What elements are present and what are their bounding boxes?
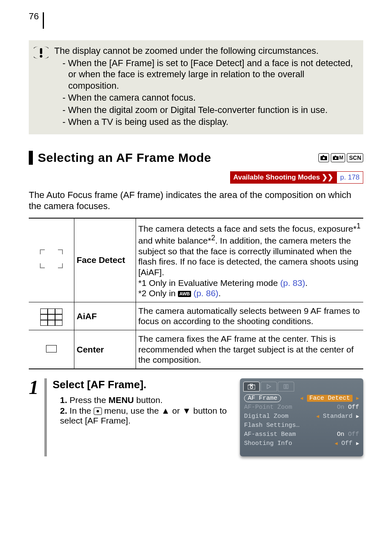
- af-mode-table: Face Detect The camera detects a face an…: [29, 218, 363, 369]
- table-row: AiAF The camera automatically selects be…: [29, 302, 363, 330]
- substep: 2. In the menu, use the ▲ or ▼ button to…: [60, 406, 232, 426]
- svg-rect-6: [335, 155, 337, 157]
- scn-icon: SCN: [347, 153, 363, 162]
- awb-icon: AWB: [178, 291, 191, 297]
- section-intro: The Auto Focus frame (AF frame) indicate…: [29, 189, 363, 212]
- svg-point-7: [335, 157, 337, 159]
- aiaf-icon: [29, 302, 74, 330]
- camera-m-icon: M: [331, 153, 345, 162]
- warning-item: When the camera cannot focus.: [62, 92, 356, 104]
- mode-label: AiAF: [74, 302, 136, 330]
- warning-item: When a TV is being used as the display.: [62, 116, 356, 128]
- page-number: 76: [29, 12, 44, 29]
- mode-desc: The camera detects a face and sets the f…: [136, 218, 363, 302]
- svg-rect-12: [284, 385, 286, 389]
- menu-screenshot: AF Frame ◀ Face Detect ▶ AF-Point Zoom O…: [240, 378, 363, 456]
- warning-box: The display cannot be zoomed under the f…: [29, 40, 363, 134]
- section-title: Selecting an AF Frame Mode: [38, 151, 211, 165]
- center-icon: [29, 330, 74, 368]
- face-detect-icon: [29, 218, 74, 302]
- step-title: Select [AF Frame].: [53, 378, 232, 391]
- svg-rect-13: [286, 385, 288, 389]
- svg-point-10: [250, 386, 253, 388]
- lcd-row: Digital Zoom ◀ Standard ▶: [243, 412, 360, 421]
- step-number: 1: [29, 378, 39, 396]
- svg-marker-11: [267, 385, 271, 389]
- warning-item: When the digital zoom or Digital Tele-co…: [62, 104, 356, 116]
- lcd-tab-tools-icon: [278, 382, 294, 391]
- substep: 1. Press the MENU button.: [60, 395, 232, 405]
- rec-menu-icon: [94, 408, 102, 415]
- table-row: Center The camera fixes the AF frame at …: [29, 330, 363, 368]
- mode-label: Face Detect: [74, 218, 136, 302]
- svg-point-1: [40, 55, 42, 58]
- lcd-row: Flash Settings…: [243, 421, 360, 430]
- lcd-row: AF-assist Beam On Off: [243, 430, 360, 439]
- step: 1 Select [AF Frame]. 1. Press the MENU b…: [29, 378, 363, 456]
- lcd-tab-rec-icon: [243, 382, 260, 391]
- available-modes-link[interactable]: p. 178: [337, 171, 363, 184]
- camera-icon: [318, 153, 329, 162]
- lcd-tab-play-icon: [261, 382, 277, 391]
- exclamation-icon: [34, 45, 48, 129]
- mode-desc: The camera automatically selects between…: [136, 302, 363, 330]
- lcd-row: AF Frame ◀ Face Detect ▶: [243, 394, 360, 403]
- warning-lead: The display cannot be zoomed under the f…: [54, 45, 356, 57]
- lcd-row: AF-Point Zoom On Off: [243, 403, 360, 412]
- mode-label: Center: [74, 330, 136, 368]
- warning-list: When the [AF Frame] is set to [Face Dete…: [54, 58, 356, 128]
- svg-rect-0: [40, 48, 42, 54]
- available-modes-label: Available Shooting Modes❯❯: [230, 171, 337, 184]
- svg-point-4: [323, 157, 325, 159]
- lcd-row: Shooting Info ◀ Off ▶: [243, 439, 360, 448]
- chevron-right-icon: ❯❯: [322, 173, 333, 181]
- mode-desc: The camera fixes the AF frame at the cen…: [136, 330, 363, 368]
- section-header: Selecting an AF Frame Mode M SCN: [29, 151, 363, 165]
- page-link[interactable]: (p. 83): [280, 278, 305, 288]
- step-divider: [44, 378, 47, 456]
- svg-rect-3: [323, 155, 324, 157]
- page-link[interactable]: (p. 86): [194, 288, 219, 298]
- warning-item: When the [AF Frame] is set to [Face Dete…: [62, 58, 356, 92]
- mode-icons: M SCN: [318, 153, 363, 162]
- svg-rect-9: [250, 384, 252, 385]
- table-row: Face Detect The camera detects a face an…: [29, 218, 363, 302]
